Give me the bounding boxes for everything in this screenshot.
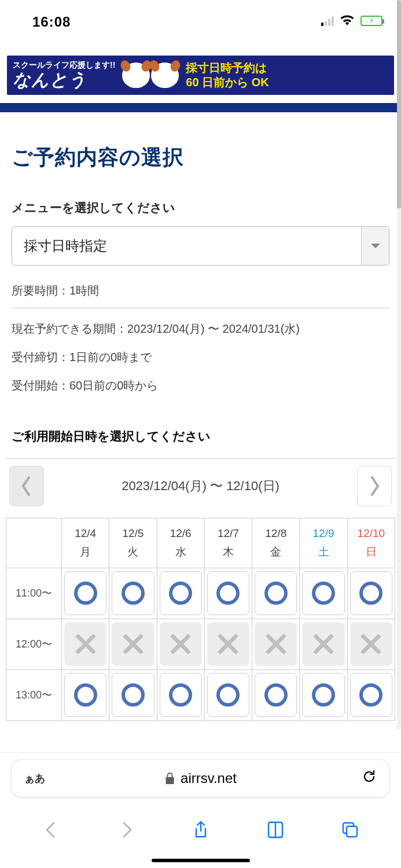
slot-available[interactable] xyxy=(112,673,154,717)
day-header: 12/10日 xyxy=(347,518,395,568)
reload-button[interactable] xyxy=(362,769,377,788)
time-label: 12:00〜 xyxy=(6,619,62,670)
cross-icon xyxy=(313,634,334,654)
slot-available[interactable] xyxy=(350,571,392,615)
banner-mascot xyxy=(122,62,179,88)
circle-icon xyxy=(216,582,240,605)
slot-available[interactable] xyxy=(64,673,106,717)
lock-icon xyxy=(164,772,175,785)
circle-icon xyxy=(74,582,97,605)
cross-icon xyxy=(123,634,144,654)
banner-promo-line: 60 日前から OK xyxy=(186,75,388,90)
circle-icon xyxy=(169,683,192,707)
wifi-icon xyxy=(340,14,355,28)
home-indicator[interactable] xyxy=(152,859,250,862)
week-range: 2023/12/04(月) 〜 12/10(日) xyxy=(122,477,279,495)
slot-available[interactable] xyxy=(160,673,202,717)
cross-icon xyxy=(170,634,191,654)
day-header: 12/8金 xyxy=(252,518,300,568)
slot-available[interactable] xyxy=(302,673,344,717)
time-label: 11:00〜 xyxy=(6,568,62,619)
ios-status-bar: 16:08 ⚡︎ xyxy=(0,0,401,45)
circle-icon xyxy=(359,582,382,605)
availability-table: 12/4月12/5火12/6水12/7木12/8金12/9土12/10日 11:… xyxy=(6,518,395,721)
menu-prompt: メニューを選択してください xyxy=(12,200,389,216)
slot-full xyxy=(160,622,202,666)
slot-available[interactable] xyxy=(302,571,344,615)
divider-strip xyxy=(0,103,401,112)
banner-promo-line: 採寸日時予約は xyxy=(186,61,388,75)
slot-available[interactable] xyxy=(207,673,249,717)
status-icons: ⚡︎ xyxy=(321,14,382,28)
circle-icon xyxy=(122,683,145,707)
slot-available[interactable] xyxy=(255,673,297,717)
status-time: 16:08 xyxy=(32,14,71,30)
menu-dropdown[interactable]: 採寸日時指定 xyxy=(12,226,389,266)
url-field[interactable]: ぁあ airrsv.net xyxy=(12,760,389,797)
circle-icon xyxy=(359,683,382,707)
slot-available[interactable] xyxy=(160,571,202,615)
signal-icon xyxy=(321,16,334,26)
week-navigation: 2023/12/04(月) 〜 12/10(日) xyxy=(6,458,395,518)
chevron-down-icon xyxy=(361,227,389,265)
circle-icon xyxy=(169,582,192,605)
slot-available[interactable] xyxy=(112,571,154,615)
slot-full xyxy=(112,622,154,666)
dropdown-value: 採寸日時指定 xyxy=(24,237,107,255)
page-scrollbar[interactable] xyxy=(397,0,401,729)
cross-icon xyxy=(75,634,96,654)
safari-url-bar: ぁあ airrsv.net xyxy=(0,752,401,803)
info-start: 受付開始：60日前の0時から xyxy=(12,378,389,393)
info-duration: 所要時間：1時間 xyxy=(12,283,389,308)
next-week-button[interactable] xyxy=(357,466,392,506)
cross-icon xyxy=(218,634,238,654)
cross-icon xyxy=(266,634,286,654)
circle-icon xyxy=(264,582,288,605)
back-button[interactable] xyxy=(38,816,65,844)
day-header: 12/5火 xyxy=(109,518,157,568)
circle-icon xyxy=(122,582,145,605)
page-url: airrsv.net xyxy=(164,770,237,786)
forward-button[interactable] xyxy=(112,816,140,844)
slot-available[interactable] xyxy=(64,571,106,615)
slot-available[interactable] xyxy=(207,571,249,615)
text-size-button[interactable]: ぁあ xyxy=(24,771,45,785)
slot-full xyxy=(350,622,392,666)
page-title: ご予約内容の選択 xyxy=(12,144,389,172)
date-prompt: ご利用開始日時を選択してください xyxy=(12,428,389,444)
banner-brand: なんとう xyxy=(13,71,115,89)
prev-week-button[interactable] xyxy=(9,466,44,506)
tabs-button[interactable] xyxy=(336,816,364,844)
promo-banner[interactable]: スクールライフ応援します!! なんとう 採寸日時予約は 60 日前から OK xyxy=(7,56,394,95)
slot-full xyxy=(302,622,344,666)
circle-icon xyxy=(312,582,335,605)
circle-icon xyxy=(264,683,288,707)
day-header: 12/4月 xyxy=(62,518,109,568)
share-button[interactable] xyxy=(187,816,215,844)
info-period: 現在予約できる期間：2023/12/04(月) 〜 2024/01/31(水) xyxy=(12,321,389,337)
slot-full xyxy=(207,622,249,666)
time-label: 13:00〜 xyxy=(6,670,62,720)
info-deadline: 受付締切：1日前の0時まで xyxy=(12,350,389,365)
slot-available[interactable] xyxy=(255,571,297,615)
banner-tagline: スクールライフ応援します!! xyxy=(13,61,115,69)
svg-rect-1 xyxy=(347,826,357,837)
bookmarks-button[interactable] xyxy=(262,816,289,844)
slot-available[interactable] xyxy=(350,673,392,717)
safari-toolbar xyxy=(0,803,401,868)
circle-icon xyxy=(216,683,240,707)
circle-icon xyxy=(312,683,335,707)
circle-icon xyxy=(74,683,97,707)
day-header: 12/9土 xyxy=(300,518,347,568)
slot-full xyxy=(64,622,106,666)
day-header: 12/6水 xyxy=(157,518,204,568)
battery-icon: ⚡︎ xyxy=(360,16,382,26)
slot-full xyxy=(255,622,297,666)
day-header: 12/7木 xyxy=(204,518,252,568)
cross-icon xyxy=(360,634,381,654)
